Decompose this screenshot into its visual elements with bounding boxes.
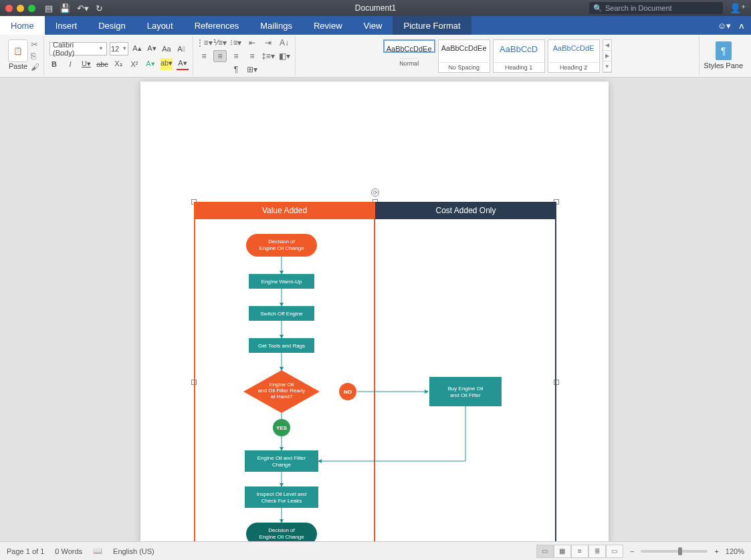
show-marks-icon[interactable]: ¶ xyxy=(229,63,243,76)
feedback-icon[interactable]: ☺▾ xyxy=(718,21,731,31)
zoom-level[interactable]: 120% xyxy=(726,547,744,555)
bold-button[interactable]: B xyxy=(48,58,60,70)
inc-indent-icon[interactable]: ⇥ xyxy=(261,37,275,49)
svg-text:NO: NO xyxy=(344,389,352,395)
numbering-icon[interactable]: ⅟≡▾ xyxy=(213,37,227,49)
language-status[interactable]: English (US) xyxy=(113,547,154,555)
share-icon[interactable]: 👤⁺ xyxy=(730,3,746,13)
tab-mailings[interactable]: Mailings xyxy=(249,16,303,35)
highlight-button[interactable]: ab▾ xyxy=(160,58,173,70)
spellcheck-icon[interactable]: 📖 xyxy=(93,547,102,555)
svg-text:Engine Oil: Engine Oil xyxy=(270,382,294,388)
focus-view[interactable]: ▭ xyxy=(606,545,623,558)
swimlane-header-left: Value Added xyxy=(194,202,375,219)
paste-button[interactable]: 📋 xyxy=(8,39,28,62)
titlebar: ▤ 💾 ↶▾ ↻ Document1 🔍 Search in Document … xyxy=(0,0,751,16)
svg-text:Engine Oil Change: Engine Oil Change xyxy=(259,245,304,251)
zoom-in-button[interactable]: + xyxy=(714,547,718,555)
tab-insert[interactable]: Insert xyxy=(45,16,88,35)
clear-format-icon[interactable]: A⃠ xyxy=(175,43,187,55)
svg-text:and Oil Filter: and Oil Filter xyxy=(450,392,481,398)
svg-text:at Hand?: at Hand? xyxy=(271,394,293,400)
tab-references[interactable]: References xyxy=(184,16,249,35)
style-gallery-nav[interactable]: ◀▶▼ xyxy=(603,39,612,73)
maximize-icon[interactable] xyxy=(28,5,35,12)
rotate-handle[interactable]: ⟳ xyxy=(371,188,379,196)
tab-design[interactable]: Design xyxy=(88,16,136,35)
svg-text:Change: Change xyxy=(272,462,292,468)
svg-text:and Oil Filter Ready: and Oil Filter Ready xyxy=(258,388,306,394)
font-size-select[interactable]: 12▼ xyxy=(110,42,128,55)
align-left-icon[interactable]: ≡ xyxy=(197,50,211,62)
statusbar: Page 1 of 1 0 Words 📖 English (US) ▭ ▦ ≡… xyxy=(0,541,751,560)
italic-button[interactable]: I xyxy=(64,58,76,70)
bullets-icon[interactable]: ⋮≡▾ xyxy=(197,37,211,49)
svg-text:Decision of: Decision of xyxy=(268,527,295,533)
zoom-out-button[interactable]: − xyxy=(630,547,634,555)
styles-pane-button[interactable]: ¶ xyxy=(716,41,732,60)
svg-text:Decision of: Decision of xyxy=(268,239,295,245)
search-input[interactable]: 🔍 Search in Document xyxy=(589,2,723,14)
font-group: Calibri (Body)▼ 12▼ A▴ A▾ Aa A⃠ B I U▾ a… xyxy=(44,36,193,76)
svg-text:YES: YES xyxy=(276,425,288,431)
outline-view[interactable]: ≡ xyxy=(571,545,588,558)
superscript-button[interactable]: X² xyxy=(128,58,140,70)
grow-font-icon[interactable]: A▴ xyxy=(131,43,143,55)
format-painter-icon[interactable]: 🖌 xyxy=(31,62,39,72)
sort-icon[interactable]: A↓ xyxy=(278,37,291,49)
change-case-icon[interactable]: Aa xyxy=(160,43,173,55)
svg-text:Engine Oil and Filter: Engine Oil and Filter xyxy=(257,455,306,461)
style-normal[interactable]: AaBbCcDdEe Normal xyxy=(383,39,435,53)
svg-text:Get Tools and Rags: Get Tools and Rags xyxy=(258,343,305,349)
underline-button[interactable]: U▾ xyxy=(80,58,92,70)
ribbon-tabs: Home Insert Design Layout References Mai… xyxy=(0,16,751,35)
zoom-slider[interactable] xyxy=(641,550,708,553)
tab-home[interactable]: Home xyxy=(0,16,45,35)
font-color-button[interactable]: A▾ xyxy=(177,58,189,70)
styles-pane-group: ¶ Styles Pane xyxy=(700,36,747,76)
font-name-select[interactable]: Calibri (Body)▼ xyxy=(49,42,107,55)
minimize-icon[interactable] xyxy=(17,5,24,12)
text-effects-icon[interactable]: A▾ xyxy=(144,58,156,70)
redo-icon[interactable]: ↻ xyxy=(96,3,103,13)
cut-icon[interactable]: ✂ xyxy=(31,39,39,49)
shrink-font-icon[interactable]: A▾ xyxy=(146,43,158,55)
dec-indent-icon[interactable]: ⇤ xyxy=(245,37,259,49)
window-controls xyxy=(5,5,35,12)
tab-view[interactable]: View xyxy=(353,16,393,35)
view-buttons: ▭ ▦ ≡ ≣ ▭ xyxy=(536,545,623,558)
flowchart-image: Value Added Cost Added Only xyxy=(194,202,556,541)
word-count[interactable]: 0 Words xyxy=(55,547,82,555)
print-layout-view[interactable]: ▭ xyxy=(536,545,554,558)
tab-picture-format[interactable]: Picture Format xyxy=(393,16,471,35)
web-layout-view[interactable]: ▦ xyxy=(554,545,571,558)
svg-text:Buy Engine Oil: Buy Engine Oil xyxy=(448,386,484,392)
page-info[interactable]: Page 1 of 1 xyxy=(7,547,44,555)
borders-icon[interactable]: ⊞▾ xyxy=(245,63,259,76)
shading-icon[interactable]: ◧▾ xyxy=(278,50,291,62)
align-right-icon[interactable]: ≡ xyxy=(229,50,243,62)
picture-selection[interactable]: ⟳ Value Added Cost Added Only xyxy=(194,202,556,541)
svg-text:Check For Leaks: Check For Leaks xyxy=(261,498,302,504)
styles-pane-label: Styles Pane xyxy=(704,61,743,69)
copy-icon[interactable]: ⎘ xyxy=(31,51,39,61)
autosave-icon[interactable]: ▤ xyxy=(45,3,53,13)
draft-view[interactable]: ≣ xyxy=(588,545,606,558)
close-icon[interactable] xyxy=(5,5,13,12)
subscript-button[interactable]: X₂ xyxy=(112,58,124,70)
line-spacing-icon[interactable]: ‡≡▾ xyxy=(261,50,275,62)
collapse-ribbon-icon[interactable]: ʌ xyxy=(739,21,744,31)
strikethrough-button[interactable]: abc xyxy=(96,58,108,70)
align-center-icon[interactable]: ≡ xyxy=(213,50,227,62)
justify-icon[interactable]: ≡ xyxy=(245,50,259,62)
document-canvas[interactable]: ⟳ Value Added Cost Added Only xyxy=(0,78,751,541)
quick-access-toolbar: ▤ 💾 ↶▾ ↻ xyxy=(45,3,103,13)
save-icon[interactable]: 💾 xyxy=(60,3,70,13)
undo-icon[interactable]: ↶▾ xyxy=(77,3,89,13)
multilevel-icon[interactable]: ⁝≡▾ xyxy=(229,37,243,49)
style-no-spacing[interactable]: AaBbCcDdEe No Spacing xyxy=(438,39,490,73)
tab-review[interactable]: Review xyxy=(303,16,353,35)
style-heading-1[interactable]: AaBbCcD Heading 1 xyxy=(493,39,545,73)
tab-layout[interactable]: Layout xyxy=(136,16,184,35)
style-heading-2[interactable]: AaBbCcDdE Heading 2 xyxy=(548,39,600,73)
